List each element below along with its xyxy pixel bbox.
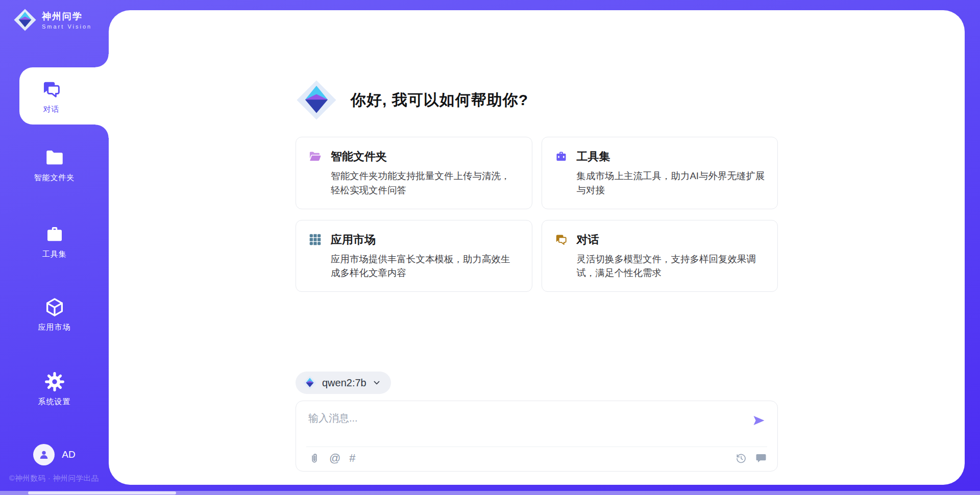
card-chat[interactable]: 对话 灵活切换多模型文件，支持多样回复效果调试，满足个性化需求 (542, 220, 778, 292)
sidebar-item-app-market[interactable]: 应用市场 (0, 296, 109, 332)
card-description: 集成市场上主流工具，助力AI与外界无缝扩展与对接 (577, 169, 766, 197)
avatar (33, 444, 55, 465)
card-description: 灵活切换多模型文件，支持多样回复效果调试，满足个性化需求 (577, 252, 766, 281)
sidebar-item-label: 系统设置 (38, 397, 71, 407)
greeting-text: 你好, 我可以如何帮助你? (351, 90, 528, 111)
composer-toolbar: @ # (308, 452, 356, 464)
send-icon[interactable] (752, 413, 766, 428)
user-profile[interactable]: AD (0, 444, 109, 465)
toolbox-icon (44, 224, 65, 245)
chat-bubbles-icon (41, 79, 62, 100)
card-title: 智能文件夹 (331, 150, 520, 163)
app-grid-icon (308, 233, 322, 246)
composer-right-toolbar (735, 452, 767, 464)
card-title: 应用市场 (331, 233, 520, 246)
toolbox-icon (554, 150, 568, 163)
topic-icon[interactable]: # (349, 452, 355, 464)
model-name: qwen2:7b (322, 377, 366, 389)
chevron-down-icon (372, 378, 382, 388)
message-input[interactable] (308, 411, 727, 441)
sidebar-item-label: 工具集 (42, 250, 67, 259)
card-description: 智能文件夹功能支持批量文件上传与清洗，轻松实现文件问答 (331, 169, 520, 197)
sidebar-item-smart-folder[interactable]: 智能文件夹 (0, 147, 109, 183)
sidebar: 神州问学 Smart Vision 对话 智能文件夹 工具集 应用市场 系统设置… (0, 0, 109, 495)
feature-cards: 智能文件夹 智能文件夹功能支持批量文件上传与清洗，轻松实现文件问答 工具集 集成… (296, 137, 778, 292)
copyright-footer: ©神州数码 · 神州问学出品 (9, 474, 99, 483)
sidebar-item-settings[interactable]: 系统设置 (0, 371, 109, 407)
card-smart-folder[interactable]: 智能文件夹 智能文件夹功能支持批量文件上传与清洗，轻松实现文件问答 (296, 137, 532, 209)
user-name: AD (62, 449, 75, 460)
horizontal-scrollbar-thumb[interactable] (28, 491, 176, 494)
card-toolset[interactable]: 工具集 集成市场上主流工具，助力AI与外界无缝扩展与对接 (542, 137, 778, 209)
brand-logo-diamond-icon (13, 8, 37, 32)
sidebar-item-toolset[interactable]: 工具集 (0, 224, 109, 259)
greeting: 你好, 我可以如何帮助你? (296, 79, 778, 121)
paperclip-icon[interactable] (308, 452, 321, 464)
composer-divider (306, 447, 767, 447)
model-diamond-logo-icon (303, 376, 317, 390)
horizontal-scrollbar (0, 491, 980, 495)
model-selector[interactable]: qwen2:7b (296, 372, 391, 394)
sidebar-item-chat[interactable]: 对话 (19, 67, 109, 125)
sidebar-item-label: 智能文件夹 (34, 173, 75, 183)
brand-name: 神州问学 (42, 10, 92, 22)
brand-subtitle: Smart Vision (42, 23, 92, 30)
sidebar-item-label: 应用市场 (38, 323, 71, 332)
card-description: 应用市场提供丰富长文本模板，助力高效生成多样化文章内容 (331, 252, 520, 281)
cube-icon (44, 296, 65, 318)
mention-icon[interactable]: @ (329, 452, 340, 464)
folder-open-icon (308, 150, 322, 163)
main-panel: 你好, 我可以如何帮助你? 智能文件夹 智能文件夹功能支持批量文件上传与清洗，轻… (109, 10, 965, 485)
sidebar-item-label: 对话 (43, 105, 60, 114)
card-title: 对话 (577, 233, 766, 246)
history-icon[interactable] (735, 452, 747, 464)
brand: 神州问学 Smart Vision (0, 0, 109, 32)
folder-icon (44, 147, 65, 168)
person-icon (37, 448, 51, 461)
greeting-diamond-logo-icon (296, 79, 337, 121)
card-title: 工具集 (577, 150, 766, 163)
message-icon[interactable] (755, 452, 767, 464)
chat-bubbles-icon (554, 233, 568, 246)
message-composer: @ # (296, 401, 778, 472)
gear-icon (44, 371, 65, 392)
card-app-market[interactable]: 应用市场 应用市场提供丰富长文本模板，助力高效生成多样化文章内容 (296, 220, 532, 292)
